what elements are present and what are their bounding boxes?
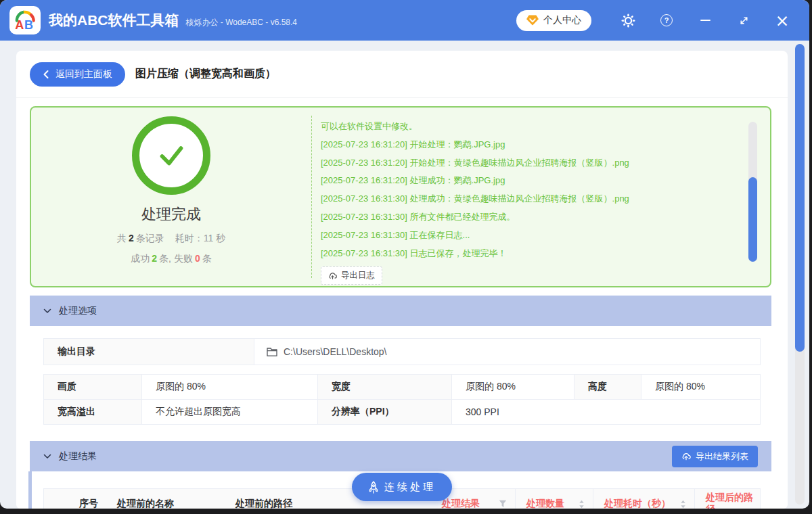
minimize-button[interactable]	[697, 12, 713, 28]
section-header-results[interactable]: 处理结果 导出结果列表	[30, 441, 771, 471]
column-header-count[interactable]: 处理数量	[516, 489, 593, 509]
column-header-select	[44, 489, 68, 509]
export-log-button[interactable]: 导出日志	[321, 266, 382, 285]
ppi-label: 分辨率（PPI）	[318, 400, 452, 425]
continue-button-label: 连续处理	[384, 481, 436, 494]
output-directory-row: 输出目录 C:\Users\DELL\Desktop\	[43, 338, 761, 365]
app-window: A B 我的ABC软件工具箱 核烁办公 - WodeABC - v6.58.4 …	[0, 0, 809, 509]
help-icon: ?	[660, 14, 673, 26]
fail-count: 0	[195, 253, 200, 264]
options-body: 输出目录 C:\Users\DELL\Desktop\ 画质 原图的 80% 宽…	[16, 326, 788, 425]
column-header-path-after[interactable]: 处理后的路径	[695, 489, 760, 509]
sort-icon[interactable]	[579, 500, 585, 509]
log-line: [2025-07-23 16:31:30] 所有文件都已经处理完成。	[321, 208, 738, 227]
section-edge-decoration	[28, 471, 32, 509]
status-text: 处理完成	[141, 204, 201, 225]
back-button-label: 返回到主面板	[55, 68, 112, 80]
folder-icon	[267, 347, 277, 356]
back-to-dashboard-button[interactable]: 返回到主面板	[30, 62, 125, 87]
log-output: 可以在软件设置中修改。 [2025-07-23 16:31:20] 开始处理：鹦…	[312, 108, 770, 286]
sort-icon[interactable]	[680, 500, 686, 509]
help-button[interactable]: ?	[658, 12, 675, 28]
logo-letter-a: A	[15, 18, 24, 31]
close-button[interactable]: ×	[774, 12, 790, 28]
log-scrollbar-thumb[interactable]	[748, 177, 757, 262]
continue-processing-button[interactable]: 连续处理	[352, 473, 452, 501]
height-label: 高度	[574, 375, 641, 400]
resize-diagonal-icon	[738, 15, 750, 26]
time-value: 11 秒	[204, 233, 225, 243]
width-value: 原图的 80%	[452, 375, 574, 400]
export-log-label: 导出日志	[341, 270, 375, 281]
content-card: 返回到主面板 图片压缩（调整宽高和画质） 处理完成 共2条记录耗时：11 秒 成…	[16, 51, 788, 509]
settings-button[interactable]	[620, 12, 636, 28]
check-icon	[152, 136, 191, 175]
log-line: [2025-07-23 16:31:20] 开始处理：黄绿色趣味描边风企业招聘海…	[321, 154, 738, 172]
height-value: 原图的 80%	[641, 375, 761, 400]
chevron-left-icon	[43, 70, 49, 79]
output-directory-label: 输出目录	[44, 339, 254, 365]
column-header-duration[interactable]: 处理耗时（秒）	[593, 489, 695, 509]
cloud-upload-icon	[681, 452, 691, 461]
log-line: [2025-07-23 16:31:30] 正在保存日志...	[321, 227, 738, 245]
section-header-options[interactable]: 处理选项	[30, 296, 771, 326]
options-section-title: 处理选项	[59, 305, 97, 317]
logo-letter-b: B	[24, 18, 33, 31]
log-line: 可以在软件设置中修改。	[321, 118, 738, 136]
chevron-down-icon	[43, 454, 51, 459]
success-circle-icon	[132, 116, 210, 195]
column-header-name-before: 处理前的名称	[106, 489, 225, 509]
overflow-label: 宽高溢出	[44, 400, 142, 425]
result-summary-panel: 处理完成 共2条记录耗时：11 秒 成功2条, 失败0条 可以在软件设置中修改。…	[30, 106, 771, 287]
summary-status-block: 处理完成 共2条记录耗时：11 秒 成功2条, 失败0条	[31, 108, 311, 286]
export-results-button[interactable]: 导出结果列表	[672, 446, 758, 467]
column-header-index: 序号	[68, 489, 106, 509]
minimize-icon	[700, 20, 710, 21]
log-line: [2025-07-23 16:31:20] 开始处理：鹦鹉.JPG.jpg	[321, 136, 738, 154]
maximize-button[interactable]	[736, 12, 752, 28]
user-center-label: 个人中心	[543, 14, 581, 26]
gear-icon	[621, 14, 635, 28]
page-title: 图片压缩（调整宽高和画质）	[135, 67, 276, 81]
title-bar: A B 我的ABC软件工具箱 核烁办公 - WodeABC - v6.58.4 …	[0, 0, 809, 41]
results-section-title: 处理结果	[59, 450, 97, 463]
chevron-down-icon	[43, 308, 51, 314]
app-logo-icon: A B	[9, 6, 41, 34]
main-scrollbar-thumb[interactable]	[795, 44, 805, 352]
close-icon: ×	[775, 12, 790, 29]
app-title: 我的ABC软件工具箱	[49, 11, 179, 30]
filter-icon[interactable]	[499, 500, 507, 508]
width-label: 宽度	[318, 375, 452, 400]
app-subtitle: 核烁办公 - WodeABC - v6.58.4	[186, 17, 298, 28]
quality-value: 原图的 80%	[142, 375, 318, 400]
log-line: [2025-07-23 16:31:30] 处理成功：黄绿色趣味描边风企业招聘海…	[321, 190, 738, 208]
rocket-icon	[368, 481, 379, 494]
quality-label: 画质	[44, 375, 142, 400]
success-fail-stats-line: 成功2条, 失败0条	[131, 253, 211, 265]
cloud-upload-icon	[328, 272, 337, 280]
log-line: [2025-07-23 16:31:20] 处理成功：鹦鹉.JPG.jpg	[321, 172, 738, 190]
success-count: 2	[152, 253, 157, 264]
record-stats-line: 共2条记录耗时：11 秒	[117, 233, 225, 245]
options-table: 画质 原图的 80% 宽度 原图的 80% 高度 原图的 80% 宽高溢出 不允…	[43, 374, 761, 425]
user-center-button[interactable]: 个人中心	[516, 10, 591, 31]
vip-gem-icon	[526, 15, 539, 26]
total-count: 2	[129, 233, 134, 243]
output-directory-value[interactable]: C:\Users\DELL\Desktop\	[254, 339, 760, 365]
overflow-value: 不允许超出原图宽高	[142, 400, 318, 425]
page-header: 返回到主面板 图片压缩（调整宽高和画质）	[16, 51, 788, 98]
log-line: [2025-07-23 16:31:30] 日志已保存，处理完毕！	[321, 245, 738, 263]
export-results-label: 导出结果列表	[696, 450, 748, 463]
ppi-value: 300 PPI	[452, 400, 761, 425]
